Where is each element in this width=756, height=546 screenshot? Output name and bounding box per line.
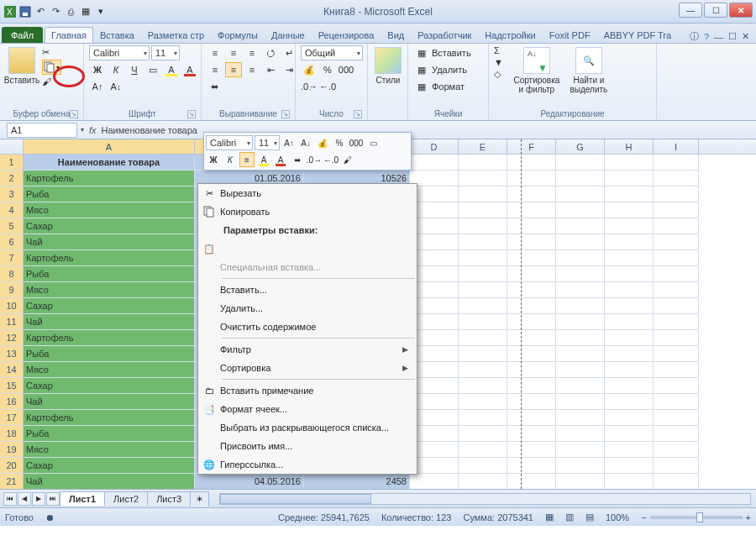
paste-button[interactable]: Вставить [5,45,39,87]
tab-Разработчик[interactable]: Разработчик [411,27,478,43]
cell[interactable] [605,234,654,250]
cell[interactable]: Рыба [24,186,195,202]
percent-button[interactable]: % [319,62,336,77]
cell[interactable] [654,202,699,218]
tab-ABBYY PDF Tra[interactable]: ABBYY PDF Tra [597,27,679,43]
cell[interactable] [556,442,605,458]
cell[interactable] [654,394,699,410]
sheet-nav-last[interactable]: ⏭ [46,492,60,506]
tab-Главная[interactable]: Главная [45,27,93,43]
comma-button[interactable]: 000 [338,62,354,77]
shrink-font-button[interactable]: A↓ [298,135,313,150]
ctx-copy[interactable]: Копировать [198,202,417,221]
cell[interactable] [507,282,556,298]
cell[interactable] [605,202,654,218]
cell[interactable] [459,410,507,426]
increase-indent-button[interactable]: ⇥ [281,62,297,77]
cell[interactable]: Наименование товара [24,155,195,171]
sheet-tab[interactable]: Лист1 [60,491,105,506]
cells-format-button[interactable]: ▦Формат [413,79,465,94]
ctx-insert-comment[interactable]: 🗀Вставить примечание [198,381,417,400]
cell[interactable] [507,474,556,489]
cell[interactable] [459,250,507,266]
cell[interactable] [654,218,699,234]
cell[interactable] [556,186,605,202]
cell[interactable] [605,458,654,474]
cell[interactable] [556,410,605,426]
cell[interactable] [654,378,699,394]
cell[interactable] [556,458,605,474]
column-header[interactable]: F [507,139,556,154]
decrease-indent-button[interactable]: ⇤ [262,62,279,77]
tab-Foxit PDF[interactable]: Foxit PDF [543,27,597,43]
cell[interactable] [556,314,605,330]
cell[interactable]: Сахар [24,378,195,394]
cell[interactable]: Мясо [24,282,195,298]
row-header[interactable]: 7 [0,250,24,266]
cell[interactable] [556,155,605,171]
align-top-button[interactable]: ≡ [207,45,223,60]
column-header[interactable]: D [410,139,459,154]
cell[interactable]: Мясо [24,362,195,378]
cell[interactable] [605,426,654,442]
tab-Надстройки[interactable]: Надстройки [478,27,542,43]
cell[interactable] [654,474,699,489]
styles-button[interactable]: Стили [373,45,403,87]
cell[interactable]: 04.05.2016 [195,474,304,489]
cell[interactable] [507,155,556,171]
cell[interactable] [459,266,507,282]
cell[interactable] [459,362,507,378]
cell[interactable]: Рыба [24,346,195,362]
cell[interactable] [605,474,654,489]
grow-font-button[interactable]: A↑ [281,135,297,150]
wrap-text-button[interactable]: ↵ [281,45,297,60]
mdi-minimize-icon[interactable]: — [714,32,723,42]
sheet-nav-first[interactable]: ⏮ [3,492,17,506]
cell[interactable] [605,171,654,186]
borders-button[interactable]: ▭ [365,135,381,150]
cell[interactable] [556,282,605,298]
align-center-button[interactable]: ≡ [225,62,242,77]
cell[interactable] [654,410,699,426]
minimize-button[interactable]: — [679,3,702,18]
row-header[interactable]: 3 [0,186,24,202]
cell[interactable] [459,282,507,298]
cell[interactable] [654,171,699,186]
cell[interactable] [507,234,556,250]
cell[interactable] [459,314,507,330]
row-header[interactable]: 2 [0,171,24,186]
cell[interactable] [654,282,699,298]
cell[interactable]: Чай [24,314,195,330]
redo-icon[interactable]: ↷ [49,5,62,18]
cell[interactable] [556,426,605,442]
increase-decimal-button[interactable]: .0→ [301,79,318,94]
cell[interactable] [605,394,654,410]
currency-button[interactable]: 💰 [315,135,330,150]
format-painter-icon[interactable]: 🖌 [42,76,61,87]
ctx-hyperlink[interactable]: 🌐Гиперссылка... [198,455,417,474]
cell[interactable] [605,282,654,298]
cell[interactable] [507,250,556,266]
cell[interactable]: Картофель [24,250,195,266]
h-scrollbar[interactable] [219,493,751,505]
tab-Вставка[interactable]: Вставка [93,27,141,43]
select-all-corner[interactable] [0,139,24,154]
cell[interactable] [556,234,605,250]
cell[interactable] [654,234,699,250]
italic-button[interactable]: К [108,62,124,77]
cell[interactable] [459,426,507,442]
fill-color-button[interactable]: A [163,62,180,77]
cell[interactable] [605,410,654,426]
column-header[interactable]: A [24,139,195,154]
cell[interactable] [507,330,556,346]
font-size-select[interactable]: 11 [151,45,180,60]
tab-Данные[interactable]: Данные [265,27,312,43]
cell[interactable] [556,298,605,314]
mdi-close-icon[interactable]: ✕ [742,31,749,42]
cut-icon[interactable]: ✂ [42,47,61,58]
ctx-sort[interactable]: Сортировка▶ [198,359,417,377]
ctx-delete[interactable]: Удалить... [198,299,417,318]
row-header[interactable]: 15 [0,378,24,394]
cell[interactable] [654,266,699,282]
cell[interactable] [459,298,507,314]
